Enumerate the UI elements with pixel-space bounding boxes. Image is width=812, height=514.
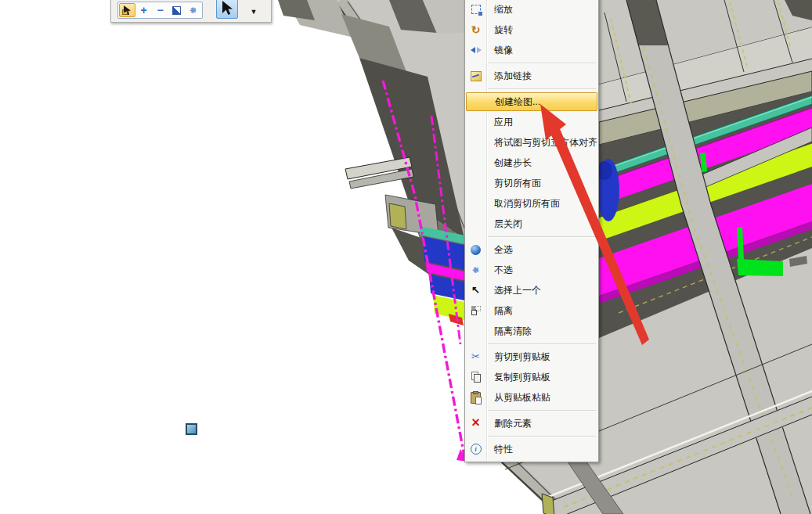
menu-separator [488, 433, 596, 439]
menu-separator [488, 60, 596, 66]
menu-item-clip-all-faces[interactable]: 剪切所有面 [465, 173, 598, 193]
chevron-down-icon: ▼ [251, 8, 258, 16]
zoom-in-icon: + [140, 4, 146, 16]
add-link-icon [471, 71, 482, 81]
menu-separator [488, 86, 596, 92]
menu-item-delete-element[interactable]: × 删除元素 [465, 413, 598, 433]
menu-item-label: 复制到剪贴板 [486, 371, 550, 384]
menu-item-select-all[interactable]: 全选 [465, 239, 598, 260]
element-select-button[interactable] [119, 3, 135, 17]
menu-item-label: 创建步长 [486, 156, 532, 170]
fit-view-button[interactable] [185, 3, 201, 17]
context-menu: 缩放 ↻ 旋转 镜像 添加链接 创建绘图... 应用 将试图与剪切立方体对齐 创… [464, 0, 599, 462]
paste-icon [471, 392, 481, 404]
zoom-out-button[interactable]: − [152, 3, 168, 17]
element-select-icon [124, 5, 131, 15]
menu-item-select-none[interactable]: 不选 [465, 260, 598, 280]
zoom-in-button[interactable]: + [135, 3, 152, 17]
menu-item-label: 删除元素 [486, 417, 532, 430]
menu-item-label: 层关闭 [486, 217, 522, 231]
globe-select-all-icon [471, 245, 481, 255]
window-area-icon [172, 6, 181, 15]
menu-item-label: 添加链接 [486, 70, 532, 83]
menu-item-cut-to-clipboard[interactable]: ✂ 剪切到剪贴板 [465, 347, 598, 367]
menu-item-label: 全选 [486, 243, 513, 257]
menu-item-scale[interactable]: 缩放 [465, 0, 598, 20]
menu-item-mirror[interactable]: 镜像 [465, 40, 598, 60]
cut-icon: ✂ [471, 351, 482, 362]
menu-item-label: 旋转 [486, 23, 513, 37]
deselect-burst-icon [471, 264, 482, 275]
menu-item-add-link[interactable]: 添加链接 [465, 66, 598, 86]
selection-handle-square[interactable] [186, 423, 197, 435]
window-area-button[interactable] [168, 3, 185, 17]
menu-item-label: 剪切到剪贴板 [486, 350, 550, 364]
scale-icon [471, 5, 481, 14]
isolate-icon [471, 305, 482, 316]
menu-item-label: 剪切所有面 [486, 177, 541, 190]
menu-item-label: 特性 [486, 443, 513, 456]
delete-icon: × [471, 418, 482, 429]
menu-item-create-drawing[interactable]: 创建绘图... [466, 92, 597, 111]
menu-item-label: 应用 [486, 116, 513, 129]
menu-item-paste-from-clipboard[interactable]: 从剪贴板粘贴 [465, 387, 598, 408]
cursor-icon [222, 0, 233, 16]
menu-item-isolate-clear[interactable]: 隔离清除 [465, 321, 598, 341]
green-l-horizontal [737, 259, 783, 276]
menu-item-label: 隔离 [486, 304, 513, 318]
menu-item-unclip-all-faces[interactable]: 取消剪切所有面 [465, 193, 598, 214]
menu-item-label: 镜像 [486, 44, 513, 57]
menu-item-label: 缩放 [486, 3, 513, 16]
menu-item-isolate[interactable]: 隔离 [465, 300, 598, 321]
menu-item-label: 不选 [486, 264, 513, 277]
menu-item-label: 隔离清除 [486, 325, 532, 338]
view-toolbar: + − ▼ [110, 0, 272, 23]
menu-separator [488, 408, 596, 413]
copy-icon [471, 372, 482, 383]
menu-item-label: 取消剪切所有面 [486, 197, 560, 210]
fit-view-burst-icon [188, 5, 199, 16]
mirror-icon [471, 45, 482, 56]
menu-item-properties[interactable]: i 特性 [465, 439, 598, 459]
view-tool-group: + − [117, 2, 203, 19]
menu-item-label: 创建绘图... [487, 95, 540, 109]
properties-info-icon: i [471, 444, 482, 455]
menu-item-label: 选择上一个 [486, 284, 541, 297]
menu-item-label: 将试图与剪切立方体对齐 [486, 136, 597, 149]
menu-item-rotate[interactable]: ↻ 旋转 [465, 20, 598, 40]
menu-item-apply[interactable]: 应用 [465, 112, 598, 132]
menu-item-level-off[interactable]: 层关闭 [465, 214, 598, 234]
toolbar-dropdown-button[interactable]: ▼ [247, 8, 260, 19]
viewport-3d[interactable] [0, 0, 812, 514]
rotate-icon: ↻ [471, 24, 482, 35]
menu-item-align-view-to-clip-cube[interactable]: 将试图与剪切立方体对齐 [465, 132, 598, 153]
menu-separator [488, 234, 596, 239]
beam-end-cap-olive[interactable] [389, 203, 406, 229]
menu-item-select-previous[interactable]: ↖ 选择上一个 [465, 280, 598, 300]
menu-item-copy-to-clipboard[interactable]: 复制到剪贴板 [465, 367, 598, 387]
menu-item-create-step[interactable]: 创建步长 [465, 153, 598, 173]
select-previous-icon: ↖ [471, 285, 482, 296]
pointer-tool-button[interactable] [216, 0, 238, 19]
menu-separator [488, 341, 596, 347]
menu-item-label: 从剪贴板粘贴 [486, 391, 550, 404]
zoom-out-icon: − [157, 4, 163, 16]
